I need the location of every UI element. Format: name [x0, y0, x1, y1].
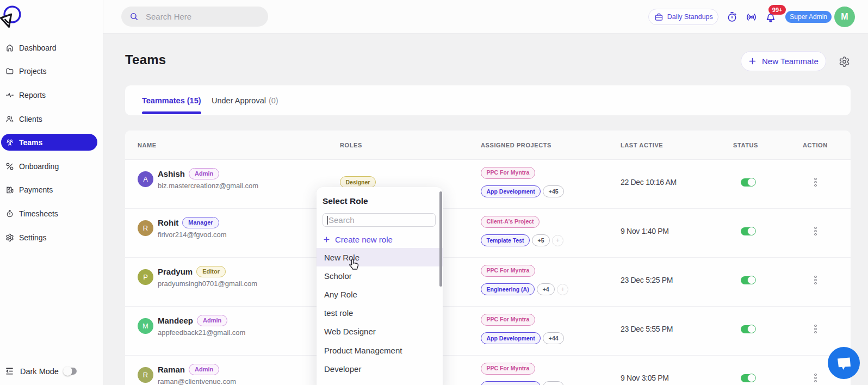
kebab-menu-icon[interactable]: [814, 374, 817, 383]
sidebar-item-onboarding[interactable]: Onboarding: [0, 154, 103, 178]
project-count-pill[interactable]: +4: [537, 283, 555, 295]
kebab-menu-icon[interactable]: [814, 276, 817, 285]
permission-badge: Admin: [197, 315, 227, 326]
project-pill[interactable]: PPC For Myntra: [481, 167, 535, 179]
sidebar-item-projects[interactable]: Projects: [0, 60, 103, 84]
kebab-menu-icon[interactable]: [814, 325, 817, 334]
table-settings-gear-icon[interactable]: [839, 56, 850, 67]
project-pill[interactable]: Template Test: [481, 234, 530, 246]
create-new-role-button[interactable]: Create new role: [323, 235, 393, 244]
add-project-icon[interactable]: +: [557, 284, 568, 295]
broadcast-icon[interactable]: [746, 11, 757, 23]
daily-standups-label: Daily Standups: [667, 13, 713, 21]
projects-cell: Client-A's Project Template Test +5 +: [481, 209, 563, 253]
kebab-menu-icon[interactable]: [814, 227, 817, 236]
project-pill[interactable]: Client-A's Project: [481, 216, 540, 228]
status-toggle[interactable]: [741, 276, 755, 284]
role-option[interactable]: Developer: [317, 359, 443, 378]
action-cell: [814, 160, 817, 204]
permission-badge: Editor: [196, 266, 226, 277]
gear-icon: [5, 233, 14, 242]
sidebar-item-label: Reports: [19, 91, 46, 100]
tabs-card: Teammates (15) Under Approval (0): [125, 85, 851, 115]
project-pill[interactable]: Engineering (A): [481, 283, 535, 295]
status-toggle[interactable]: [741, 178, 755, 187]
member-email: raman@clientvenue.com: [158, 377, 236, 385]
sidebar-item-label: Settings: [19, 233, 47, 242]
sidebar-item-settings[interactable]: Settings: [0, 226, 103, 250]
role-option[interactable]: Scholor: [317, 266, 443, 285]
last-active-cell: 22 Dec 10:16 AM: [621, 160, 677, 204]
role-search-input[interactable]: [328, 215, 421, 225]
project-pill[interactable]: App Development: [481, 381, 541, 385]
project-count-pill[interactable]: +5: [532, 234, 550, 246]
notifications-bell[interactable]: 99+: [765, 11, 777, 23]
project-pill[interactable]: App Development: [481, 185, 541, 197]
tab-teammates[interactable]: Teammates (15): [142, 85, 201, 115]
chat-widget-button[interactable]: [828, 347, 860, 379]
permission-badge: Admin: [189, 364, 219, 375]
dropdown-scrollbar[interactable]: [439, 191, 442, 287]
search-icon: [129, 12, 139, 21]
member-email: biz.mastercreationz@gmail.com: [158, 182, 258, 190]
sidebar-item-dashboard[interactable]: Dashboard: [0, 36, 103, 60]
sidebar-item-reports[interactable]: Reports: [0, 83, 103, 107]
name-cell: R Raman Admin raman@clientvenue.com: [138, 356, 236, 385]
role-option[interactable]: Product Management: [317, 341, 443, 359]
add-project-icon[interactable]: +: [552, 235, 563, 246]
name-cell: P Pradyum Editor pradyumsingh0701@gmail.…: [138, 258, 257, 296]
tab-under-approval[interactable]: Under Approval (0): [212, 85, 278, 115]
status-cell: [741, 307, 755, 351]
projects-cell: PPC For Myntra App Development +45: [481, 160, 564, 204]
project-count-pill[interactable]: +45: [543, 185, 564, 197]
project-count-pill[interactable]: +44: [543, 381, 564, 385]
role-option[interactable]: Any Role: [317, 285, 443, 303]
daily-standups-button[interactable]: Daily Standups: [648, 9, 718, 25]
search-input[interactable]: [146, 12, 255, 21]
teams-table: NAME ROLES ASSIGNED PROJECTS LAST ACTIVE…: [125, 131, 851, 385]
role-search-field[interactable]: [323, 213, 436, 227]
collapse-sidebar-icon[interactable]: [5, 367, 14, 376]
sidebar-item-payments[interactable]: Payments: [0, 178, 103, 202]
new-teammate-button[interactable]: New Teammate: [741, 51, 826, 71]
avatar: R: [138, 367, 153, 383]
sidebar-item-clients[interactable]: Clients: [0, 107, 103, 131]
role-option[interactable]: Web Designer: [317, 322, 443, 341]
timer-icon[interactable]: [727, 11, 737, 22]
global-search[interactable]: [121, 7, 268, 27]
project-pill[interactable]: PPC For Myntra: [481, 314, 535, 326]
folder-icon: [5, 67, 14, 76]
last-active-cell: 9 Nov 3:05 PM: [621, 356, 669, 385]
permission-badge: Manager: [182, 217, 219, 228]
status-toggle[interactable]: [741, 325, 755, 333]
column-last-active: LAST ACTIVE: [621, 131, 663, 160]
role-badge-pill[interactable]: Designer: [340, 176, 376, 188]
name-cell: A Ashish Admin biz.mastercreationz@gmail…: [138, 160, 258, 198]
sidebar-item-timesheets[interactable]: Timesheets: [0, 202, 103, 226]
teams-icon: [5, 138, 14, 147]
table-row: A Ashish Admin biz.mastercreationz@gmail…: [125, 160, 851, 209]
sidebar-item-label: Dashboard: [19, 44, 57, 52]
action-cell: [814, 258, 817, 302]
last-active-cell: 9 Nov 1:40 PM: [621, 209, 669, 253]
sidebar-item-label: Projects: [19, 67, 47, 76]
role-options-list: New RoleScholorAny Roletest roleWeb Desi…: [317, 248, 443, 378]
status-toggle[interactable]: [741, 374, 755, 382]
project-pill[interactable]: App Development: [481, 332, 541, 344]
role-option[interactable]: test role: [317, 304, 443, 322]
kebab-menu-icon[interactable]: [814, 178, 817, 187]
dark-mode-label: Dark Mode: [20, 367, 59, 376]
project-pill[interactable]: PPC For Myntra: [481, 265, 535, 277]
sidebar-item-teams[interactable]: Teams: [1, 134, 97, 151]
project-count-pill[interactable]: +44: [543, 332, 564, 344]
user-avatar[interactable]: M: [834, 7, 855, 27]
app-logo[interactable]: [0, 0, 25, 30]
avatar: P: [138, 269, 153, 285]
role-badge[interactable]: Super Admin: [785, 11, 832, 23]
project-pill[interactable]: PPC For Myntra: [481, 363, 535, 375]
dark-mode-toggle[interactable]: [65, 368, 77, 375]
member-email: firivor214@fgvod.com: [158, 231, 227, 239]
status-toggle[interactable]: [741, 227, 755, 235]
table-row: R Rohit Manager firivor214@fgvod.com Cli…: [125, 209, 851, 258]
role-option[interactable]: New Role: [317, 248, 443, 266]
